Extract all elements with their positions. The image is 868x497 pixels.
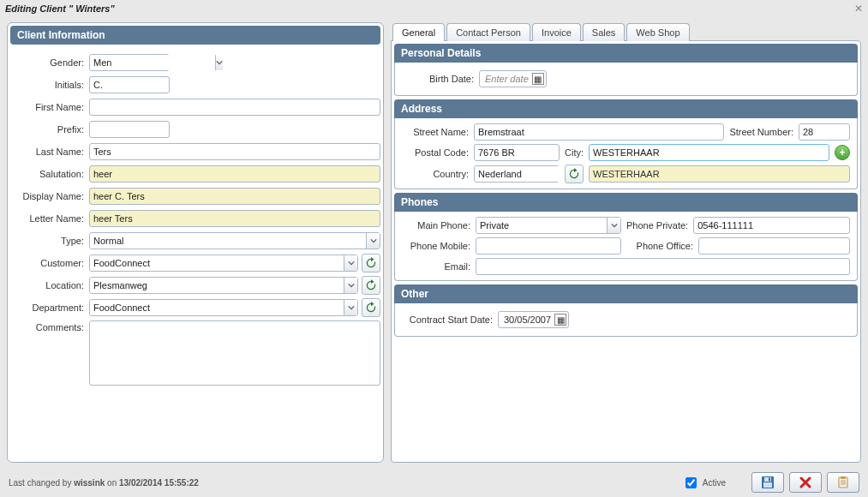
phones-section: Phones Main Phone: Phone Private:	[394, 193, 858, 281]
tab-general-body: Personal Details Birth Date: Enter date …	[391, 40, 861, 463]
last-name-input[interactable]	[89, 143, 380, 160]
address-section: Address Street Name: Street Number: Post…	[394, 99, 858, 189]
last-changed-user: wissink	[74, 478, 105, 488]
street-name-label: Street Name:	[402, 127, 469, 137]
prefix-label: Prefix:	[10, 124, 89, 135]
street-number-input[interactable]	[799, 123, 850, 141]
last-changed-prefix: Last changed by	[9, 478, 74, 488]
gender-label: Gender:	[10, 57, 89, 68]
email-input[interactable]	[476, 258, 850, 275]
phone-mobile-input[interactable]	[476, 237, 621, 254]
customer-value[interactable]	[90, 255, 344, 271]
main-phone-label: Main Phone:	[402, 220, 470, 231]
client-editor-window: Editing Client " Winters" ✕ Client Infor…	[0, 0, 868, 497]
first-name-label: First Name:	[10, 102, 89, 112]
postal-code-input[interactable]	[474, 144, 560, 161]
refresh-icon[interactable]	[565, 165, 584, 183]
customer-lookup[interactable]	[89, 254, 358, 272]
tabs: General Contact Person Invoice Sales Web…	[391, 23, 861, 41]
birth-date-input[interactable]: Enter date ▦	[479, 70, 547, 87]
city-suggestion: WESTERHAAR	[589, 165, 850, 183]
active-checkbox-wrapper[interactable]: Active	[682, 475, 726, 491]
main-phone-select[interactable]	[476, 217, 621, 234]
city-suggestion-text: WESTERHAAR	[593, 169, 660, 179]
plus-icon[interactable]: +	[835, 145, 850, 160]
tab-contact-person[interactable]: Contact Person	[446, 23, 530, 41]
right-panel: General Contact Person Invoice Sales Web…	[391, 22, 861, 463]
main-phone-value[interactable]	[476, 218, 607, 233]
active-checkbox[interactable]	[685, 477, 697, 488]
phone-private-label: Phone Private:	[626, 220, 688, 231]
location-lookup[interactable]	[89, 277, 358, 294]
gender-value[interactable]	[90, 55, 215, 70]
phone-office-input[interactable]	[698, 237, 850, 254]
display-name-label: Display Name:	[10, 191, 89, 201]
department-value[interactable]	[90, 300, 344, 315]
tab-sales[interactable]: Sales	[583, 23, 626, 41]
location-value[interactable]	[90, 278, 344, 293]
phone-office-label: Phone Office:	[626, 241, 693, 251]
chevron-down-icon[interactable]	[366, 233, 380, 248]
initials-input[interactable]	[89, 76, 170, 93]
email-label: Email:	[402, 261, 470, 272]
other-section: Other Contract Start Date: 30/05/2007 ▦	[394, 284, 858, 337]
department-label: Department:	[10, 302, 89, 313]
chevron-down-icon[interactable]	[344, 278, 357, 293]
calendar-icon[interactable]: ▦	[532, 73, 544, 85]
chevron-down-icon[interactable]	[344, 255, 357, 271]
phones-heading: Phones	[394, 193, 858, 212]
close-icon[interactable]: ✕	[854, 3, 863, 15]
comments-label: Comments:	[10, 320, 89, 332]
footer-bar: Last changed by wissink on 13/02/2014 15…	[0, 468, 868, 497]
content-area: Client Information Gender: Initials: Fir…	[0, 17, 868, 468]
personal-details-section: Personal Details Birth Date: Enter date …	[394, 44, 858, 96]
svg-rect-3	[769, 478, 770, 482]
country-select[interactable]	[474, 165, 560, 183]
customer-label: Customer:	[10, 258, 89, 268]
chevron-down-icon[interactable]	[607, 218, 620, 233]
city-label: City:	[565, 147, 584, 158]
last-name-label: Last Name:	[10, 147, 89, 157]
client-information-panel: Client Information Gender: Initials: Fir…	[7, 22, 384, 463]
contract-start-date-input[interactable]: 30/05/2007 ▦	[498, 311, 569, 328]
svg-rect-1	[763, 482, 772, 488]
refresh-icon[interactable]	[362, 254, 380, 272]
calendar-icon[interactable]: ▦	[554, 314, 566, 326]
display-name-output	[89, 188, 380, 205]
city-input[interactable]	[589, 144, 829, 161]
letter-name-output	[89, 210, 380, 227]
clipboard-button[interactable]	[827, 472, 859, 493]
title-bar: Editing Client " Winters" ✕	[0, 0, 868, 17]
last-changed-timestamp: 13/02/2014 15:55:22	[119, 478, 199, 488]
contract-start-label: Contract Start Date:	[402, 314, 498, 325]
refresh-icon[interactable]	[362, 298, 380, 317]
prefix-input[interactable]	[89, 121, 170, 138]
street-name-input[interactable]	[474, 123, 724, 141]
first-name-input[interactable]	[89, 99, 380, 116]
cancel-button[interactable]	[789, 472, 822, 493]
chevron-down-icon[interactable]	[344, 300, 357, 315]
save-icon	[761, 476, 775, 489]
tab-general[interactable]: General	[392, 23, 445, 41]
type-value[interactable]	[90, 233, 366, 248]
salutation-label: Salutation:	[10, 169, 89, 179]
comments-textarea[interactable]	[89, 320, 380, 386]
tab-invoice[interactable]: Invoice	[532, 23, 581, 41]
letter-name-label: Letter Name:	[10, 213, 89, 224]
contract-start-date-value: 30/05/2007	[504, 314, 551, 325]
clipboard-icon	[836, 476, 850, 489]
birth-date-label: Birth Date:	[402, 74, 479, 84]
personal-details-heading: Personal Details	[394, 44, 858, 63]
client-information-heading: Client Information	[10, 26, 380, 45]
tab-web-shop[interactable]: Web Shop	[626, 23, 689, 41]
type-select[interactable]	[89, 232, 380, 249]
country-label: Country:	[402, 169, 469, 179]
other-heading: Other	[394, 284, 858, 303]
chevron-down-icon[interactable]	[215, 55, 223, 70]
gender-select[interactable]	[89, 54, 170, 71]
refresh-icon[interactable]	[362, 276, 380, 295]
save-button[interactable]	[751, 472, 784, 493]
cancel-icon	[799, 476, 812, 489]
department-lookup[interactable]	[89, 299, 358, 316]
phone-private-input[interactable]	[693, 217, 850, 234]
